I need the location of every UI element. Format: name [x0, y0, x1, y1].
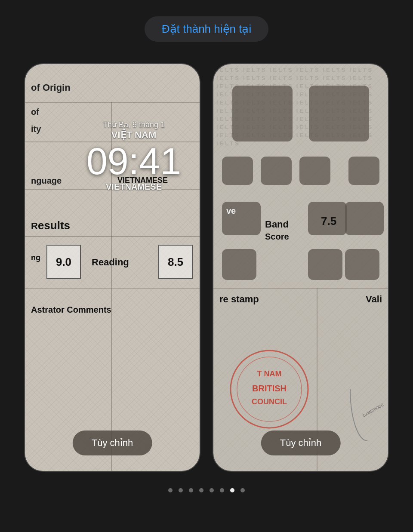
admin-comments-text: Astrator Comments	[31, 305, 111, 315]
score-value-9: 9.0	[56, 255, 71, 269]
clock-day: Thứ Ba, 9 tháng 1	[103, 120, 165, 129]
reading-label: Reading	[92, 257, 129, 268]
blurred-box-3	[222, 157, 253, 185]
stamp-circle: T NAM BRITISH COUNCIL	[226, 346, 312, 432]
of-text: of	[31, 107, 39, 117]
ity-text: ity	[31, 124, 41, 134]
of-origin-text: of Origin	[31, 82, 71, 93]
h-line-right-1	[213, 288, 388, 289]
ve-text: ve	[226, 206, 236, 216]
clock-time: 09:41	[86, 142, 181, 180]
cambridge-arc: CAMBRIDGE	[350, 389, 385, 441]
r-prefix: R	[31, 221, 38, 231]
admin-prefix: A	[31, 305, 37, 314]
h-line-5	[25, 288, 200, 289]
dot-8[interactable]	[240, 488, 245, 492]
dot-2[interactable]	[179, 488, 183, 492]
h-line-1	[25, 102, 200, 103]
band-value-right: 7.5	[321, 215, 336, 228]
clock-country: VIỆT NAM	[111, 129, 156, 141]
score-box-9: 9.0	[46, 245, 81, 279]
ng-text: ng	[31, 253, 40, 262]
h-line-4	[25, 236, 200, 237]
score-value-85: 8.5	[168, 255, 183, 269]
customize-label-right: Tùy chỉnh	[280, 437, 322, 448]
customize-btn-left[interactable]: Tùy chỉnh	[73, 431, 152, 455]
dot-4[interactable]	[199, 488, 203, 492]
phones-container: of Origin of ity nguage VIETNAMESE Resul…	[24, 63, 389, 472]
score-box-85: 8.5	[158, 245, 193, 279]
dot-5[interactable]	[210, 488, 214, 492]
customize-label-left: Tùy chỉnh	[92, 437, 133, 448]
blurred-box-10	[222, 249, 256, 280]
blurred-box-5	[299, 157, 330, 185]
vali-label: Vali	[366, 294, 382, 305]
blurred-box-6	[348, 157, 379, 185]
dot-3[interactable]	[189, 488, 193, 492]
dot-1[interactable]	[168, 488, 173, 492]
clock-overlay: Thứ Ba, 9 tháng 1 VIỆT NAM 09:41 VIETNAM…	[68, 120, 200, 192]
phone-right[interactable]: IELTSIELTSIELTSIELTSIELTS IELTSIELTSIELT…	[213, 63, 389, 472]
page-dots	[168, 488, 245, 492]
score-text-right: Score	[265, 232, 289, 242]
blurred-box-1	[232, 86, 293, 141]
band-text: Band	[265, 219, 289, 230]
blurred-box-12	[345, 249, 379, 280]
clock-language: VIETNAMESE	[106, 182, 162, 192]
results-text: Results	[31, 219, 70, 232]
phone-left[interactable]: of Origin of ity nguage VIETNAMESE Resul…	[24, 63, 200, 472]
set-current-button[interactable]: Đặt thành hiện tại	[145, 16, 268, 42]
nguage-text: nguage	[31, 176, 62, 186]
svg-text:T NAM: T NAM	[257, 369, 282, 378]
blurred-box-11	[308, 249, 342, 280]
svg-text:BRITISH: BRITISH	[252, 384, 287, 393]
customize-btn-right[interactable]: Tùy chỉnh	[261, 431, 341, 455]
blurred-box-4	[261, 157, 292, 185]
svg-text:CAMBRIDGE: CAMBRIDGE	[362, 403, 384, 418]
stamp-label: re stamp	[219, 294, 259, 305]
svg-text:COUNCIL: COUNCIL	[252, 397, 287, 406]
blurred-box-9	[345, 202, 384, 235]
dot-6[interactable]	[220, 488, 224, 492]
blurred-box-2	[309, 86, 369, 141]
set-current-label: Đặt thành hiện tại	[162, 22, 251, 35]
dot-7-active[interactable]	[230, 488, 234, 492]
